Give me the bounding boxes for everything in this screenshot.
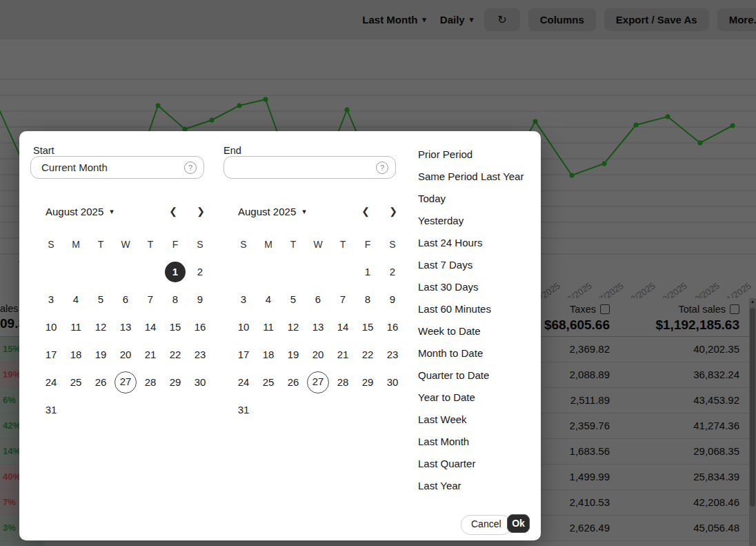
calendar-day-26[interactable]: 26 xyxy=(90,372,111,393)
calendar-day-25[interactable]: 25 xyxy=(258,372,279,393)
calendar-day-17[interactable]: 17 xyxy=(233,344,254,365)
calendar-day-25[interactable]: 25 xyxy=(66,372,86,393)
calendar-day-2[interactable]: 2 xyxy=(190,262,210,282)
calendar-day-19[interactable]: 19 xyxy=(283,344,304,365)
calendar-day-13[interactable]: 13 xyxy=(308,317,328,338)
end-prev-month-button[interactable]: ❮ xyxy=(357,202,374,220)
calendar-day-5[interactable]: 5 xyxy=(90,289,111,310)
calendar-day-31[interactable]: 31 xyxy=(41,400,61,420)
calendar-day-9[interactable]: 9 xyxy=(382,289,403,310)
calendar-cell xyxy=(281,258,306,286)
preset-last-quarter[interactable]: Last Quarter xyxy=(418,453,539,475)
calendar-week-row: 3456789 xyxy=(231,286,405,313)
calendar-day-3[interactable]: 3 xyxy=(41,289,61,310)
calendar-day-17[interactable]: 17 xyxy=(41,344,61,365)
preset-year-to-date[interactable]: Year to Date xyxy=(418,387,539,409)
preset-last-7-days[interactable]: Last 7 Days xyxy=(418,254,539,276)
preset-prior-period[interactable]: Prior Period xyxy=(418,144,539,166)
calendar-day-7[interactable]: 7 xyxy=(332,289,353,310)
preset-same-period-last-year[interactable]: Same Period Last Year xyxy=(418,166,539,188)
calendar-day-10[interactable]: 10 xyxy=(233,317,254,338)
calendar-cell xyxy=(39,258,63,286)
calendar-day-24[interactable]: 24 xyxy=(233,372,254,393)
preset-week-to-date[interactable]: Week to Date xyxy=(418,320,539,342)
calendar-day-29[interactable]: 29 xyxy=(357,372,378,393)
calendar-day-16[interactable]: 16 xyxy=(382,317,403,338)
calendar-day-10[interactable]: 10 xyxy=(41,317,61,338)
calendar-day-14[interactable]: 14 xyxy=(332,317,353,338)
cancel-button[interactable]: Cancel xyxy=(461,515,512,535)
calendar-day-8[interactable]: 8 xyxy=(357,289,378,310)
calendar-day-23[interactable]: 23 xyxy=(190,344,210,365)
calendar-cell: 29 xyxy=(355,369,380,396)
calendar-day-30[interactable]: 30 xyxy=(190,372,210,393)
calendar-day-12[interactable]: 12 xyxy=(283,317,304,338)
preset-month-to-date[interactable]: Month to Date xyxy=(418,342,539,364)
help-icon[interactable]: ? xyxy=(376,162,388,174)
start-month-label: August 2025 xyxy=(46,206,103,217)
preset-last-month[interactable]: Last Month xyxy=(418,431,539,453)
calendar-day-27[interactable]: 27 xyxy=(307,371,329,393)
calendar-day-11[interactable]: 11 xyxy=(258,317,279,338)
calendar-day-23[interactable]: 23 xyxy=(382,344,403,365)
calendar-day-20[interactable]: 20 xyxy=(115,344,136,365)
calendar-day-8[interactable]: 8 xyxy=(165,289,186,310)
end-month-selector[interactable]: August 2025 ▾ xyxy=(238,202,306,220)
calendar-day-15[interactable]: 15 xyxy=(165,317,186,338)
calendar-day-27[interactable]: 27 xyxy=(115,371,137,393)
calendar-day-1[interactable]: 1 xyxy=(357,262,378,282)
calendar-day-14[interactable]: 14 xyxy=(140,317,161,338)
start-month-selector[interactable]: August 2025 ▾ xyxy=(46,202,114,220)
calendar-day-4[interactable]: 4 xyxy=(258,289,279,310)
end-date-input[interactable] xyxy=(233,157,364,178)
calendar-day-7[interactable]: 7 xyxy=(140,289,161,310)
start-prev-month-button[interactable]: ❮ xyxy=(165,202,181,220)
help-icon[interactable]: ? xyxy=(184,162,197,174)
calendar-day-22[interactable]: 22 xyxy=(165,344,186,365)
start-date-input[interactable] xyxy=(40,157,172,178)
calendar-day-24[interactable]: 24 xyxy=(41,372,61,393)
calendar-day-4[interactable]: 4 xyxy=(66,289,86,310)
calendar-day-28[interactable]: 28 xyxy=(332,372,353,393)
calendar-day-18[interactable]: 18 xyxy=(258,344,279,365)
preset-quarter-to-date[interactable]: Quarter to Date xyxy=(418,364,539,387)
calendar-day-1[interactable]: 1 xyxy=(165,262,186,282)
calendar-day-3[interactable]: 3 xyxy=(233,289,254,310)
calendar-day-21[interactable]: 21 xyxy=(332,344,353,365)
calendar-day-13[interactable]: 13 xyxy=(115,317,136,338)
calendar-day-20[interactable]: 20 xyxy=(308,344,328,365)
calendar-day-6[interactable]: 6 xyxy=(308,289,328,310)
preset-last-week[interactable]: Last Week xyxy=(418,409,539,431)
calendar-day-11[interactable]: 11 xyxy=(66,317,86,338)
calendar-day-5[interactable]: 5 xyxy=(283,289,304,310)
calendar-day-26[interactable]: 26 xyxy=(283,372,304,393)
calendar-day-29[interactable]: 29 xyxy=(165,372,186,393)
calendar-day-18[interactable]: 18 xyxy=(66,344,86,365)
calendar-day-31[interactable]: 31 xyxy=(233,400,254,420)
calendar-day-6[interactable]: 6 xyxy=(115,289,136,310)
calendar-day-22[interactable]: 22 xyxy=(357,344,378,365)
end-date-field[interactable]: ? xyxy=(223,156,396,179)
ok-button[interactable]: Ok xyxy=(507,514,530,533)
calendar-day-16[interactable]: 16 xyxy=(190,317,210,338)
preset-last-year[interactable]: Last Year xyxy=(418,475,539,497)
preset-last-24-hours[interactable]: Last 24 Hours xyxy=(418,232,539,254)
start-date-field[interactable]: ? xyxy=(30,156,204,179)
calendar-day-28[interactable]: 28 xyxy=(140,372,161,393)
preset-last-30-days[interactable]: Last 30 Days xyxy=(418,276,539,298)
calendar-day-12[interactable]: 12 xyxy=(90,317,111,338)
calendar-day-15[interactable]: 15 xyxy=(357,317,378,338)
calendar-day-21[interactable]: 21 xyxy=(140,344,161,365)
calendar-cell: 19 xyxy=(281,341,306,369)
calendar-day-30[interactable]: 30 xyxy=(382,372,403,393)
preset-last-60-minutes[interactable]: Last 60 Minutes xyxy=(418,298,539,320)
start-next-month-button[interactable]: ❯ xyxy=(192,202,209,220)
preset-today[interactable]: Today xyxy=(418,188,539,210)
calendar-day-2[interactable]: 2 xyxy=(382,262,403,282)
calendar-day-9[interactable]: 9 xyxy=(190,289,210,310)
calendar-week-row: 17181920212223 xyxy=(39,341,212,369)
end-next-month-button[interactable]: ❯ xyxy=(385,202,401,220)
calendar-cell: 23 xyxy=(380,341,405,369)
calendar-day-19[interactable]: 19 xyxy=(90,344,111,365)
preset-yesterday[interactable]: Yesterday xyxy=(418,210,539,232)
